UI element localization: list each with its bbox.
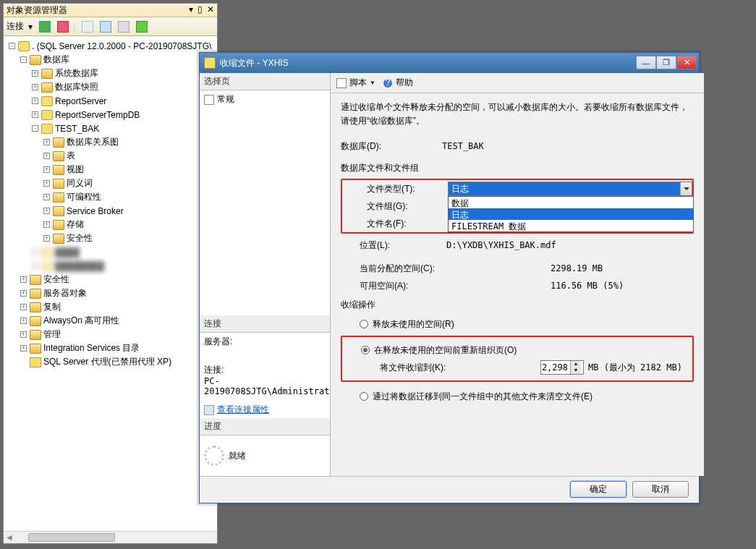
connect-icon[interactable] <box>39 21 51 33</box>
filetype-dropdown-list[interactable]: 数据 日志 FILESTREAM 数据 <box>448 196 694 232</box>
serverobj-node[interactable]: 服务器对象 <box>43 287 87 299</box>
shrink-file-dialog: 收缩文件 - YXHIS — ❐ ✕ 选择页 常规 连接 服务器: 连接: PC… <box>199 52 700 503</box>
dropdown-icon[interactable]: ▾ <box>189 4 193 16</box>
chevron-down-icon[interactable] <box>680 182 692 195</box>
expand-toggle[interactable]: + <box>43 221 50 228</box>
page-general[interactable]: 常规 <box>204 93 326 106</box>
views-node[interactable]: 视图 <box>67 163 84 176</box>
security-db-node[interactable]: 安全性 <box>67 232 93 244</box>
security-node[interactable]: 安全性 <box>43 273 69 286</box>
ready-label: 就绪 <box>229 450 246 462</box>
close-panel-icon[interactable]: ✕ <box>207 4 214 16</box>
expand-toggle[interactable]: + <box>43 180 50 187</box>
connection-props-icon <box>204 405 214 415</box>
dialog-right-pane: 脚本 ▼ ? 帮助 通过收缩单个文件释放未分配的空间，可以减小数据库的大小。若要… <box>331 73 704 476</box>
alwayson-node[interactable]: AlwaysOn 高可用性 <box>43 315 119 327</box>
synonyms-node[interactable]: 同义词 <box>67 177 93 190</box>
management-node[interactable]: 管理 <box>43 328 61 341</box>
filter-icon[interactable] <box>100 21 111 33</box>
horizontal-scrollbar[interactable]: ◄ <box>4 531 217 543</box>
allocated-label: 当前分配的空间(C): <box>341 263 551 275</box>
folder-icon <box>53 220 64 230</box>
page-icon <box>204 95 214 105</box>
shrink-action-title: 收缩操作 <box>341 299 694 311</box>
expand-toggle[interactable]: + <box>20 304 27 310</box>
view-connection-props-link[interactable]: 查看连接属性 <box>217 404 269 416</box>
filegroup-label: 文件组(G): <box>348 200 448 213</box>
replication-node[interactable]: 复制 <box>43 301 61 313</box>
folder-icon <box>53 137 64 148</box>
panel-titlebar: 对象资源管理器 ▾ ▯ ✕ <box>4 4 217 17</box>
expand-toggle[interactable]: + <box>32 70 38 77</box>
scrollbar-thumb[interactable] <box>28 533 115 542</box>
folder-icon <box>30 302 41 312</box>
reportservertemp-node[interactable]: ReportServerTempDB <box>55 110 140 120</box>
connect-label[interactable]: 连接 <box>7 20 24 33</box>
databases-node[interactable]: 数据库 <box>43 54 69 66</box>
server-node[interactable]: . (SQL Server 12.0.2000 - PC-20190708SJT… <box>32 41 211 51</box>
minimize-button[interactable]: — <box>636 56 656 69</box>
opt-empty-file[interactable]: 通过将数据迁移到同一文件组中的其他文件来清空文件(E) <box>373 391 593 403</box>
folder-icon <box>53 192 64 203</box>
shrink-size-input[interactable]: ▲▼ <box>540 360 584 375</box>
script-button[interactable]: 脚本 <box>349 77 367 89</box>
database-icon <box>41 110 53 120</box>
stop-icon[interactable] <box>82 21 93 33</box>
folder-icon <box>53 151 64 161</box>
spin-down-icon[interactable]: ▼ <box>570 367 581 374</box>
combo-opt-data[interactable]: 数据 <box>449 197 693 208</box>
expand-toggle[interactable]: + <box>43 153 50 159</box>
reportserver-node[interactable]: ReportServer <box>55 96 106 106</box>
maximize-button[interactable]: ❐ <box>656 56 676 69</box>
combo-opt-filestream[interactable]: FILESTREAM 数据 <box>449 220 693 231</box>
expand-toggle[interactable]: + <box>43 194 50 200</box>
help-button[interactable]: 帮助 <box>396 77 413 89</box>
refresh-icon[interactable] <box>136 21 148 33</box>
dialog-titlebar[interactable]: 收缩文件 - YXHIS — ❐ ✕ <box>200 53 699 73</box>
disconnect-icon[interactable] <box>57 21 69 33</box>
expand-toggle[interactable]: + <box>43 139 50 145</box>
agent-node[interactable]: SQL Server 代理(已禁用代理 XP) <box>43 356 171 368</box>
integration-node[interactable]: Integration Services 目录 <box>43 342 140 354</box>
filetype-combo[interactable]: 日志 数据 日志 FILESTREAM 数据 <box>448 182 692 196</box>
combo-opt-log[interactable]: 日志 <box>449 208 693 220</box>
object-tree[interactable]: -. (SQL Server 12.0.2000 - PC-20190708SJ… <box>4 36 217 528</box>
folder-icon <box>41 69 53 79</box>
servicebroker-node[interactable]: Service Broker <box>67 206 124 216</box>
testbak-node[interactable]: TEST_BAK <box>55 124 99 134</box>
list-icon[interactable] <box>118 21 129 33</box>
expand-toggle[interactable]: + <box>32 84 38 90</box>
radio-release-unused[interactable] <box>360 320 368 328</box>
expand-toggle[interactable]: + <box>32 98 38 104</box>
expand-toggle[interactable]: - <box>32 125 38 132</box>
close-button[interactable]: ✕ <box>676 56 697 69</box>
allocated-value: 2298.19 MB <box>551 263 603 273</box>
expand-toggle[interactable]: + <box>43 166 50 173</box>
radio-empty-file[interactable] <box>360 392 368 401</box>
radio-reorganize[interactable] <box>361 346 370 354</box>
spin-up-icon[interactable]: ▲ <box>570 361 581 367</box>
conn-label: 连接: <box>204 364 326 376</box>
snapshot-node[interactable]: 数据库快照 <box>55 81 98 93</box>
expand-toggle[interactable]: + <box>20 331 27 338</box>
expand-toggle[interactable]: + <box>43 235 50 242</box>
expand-toggle[interactable]: + <box>20 276 27 283</box>
tables-node[interactable]: 表 <box>67 150 75 162</box>
expand-toggle[interactable]: + <box>20 345 27 352</box>
opt-release-unused[interactable]: 释放未使用的空间(R) <box>373 318 454 331</box>
programmability-node[interactable]: 可编程性 <box>67 191 101 203</box>
storage-node[interactable]: 存储 <box>67 218 84 231</box>
ok-button[interactable]: 确定 <box>570 481 627 498</box>
diagram-node[interactable]: 数据库关系图 <box>67 136 119 148</box>
database-icon <box>41 124 53 134</box>
expand-toggle[interactable]: - <box>20 56 27 63</box>
expand-toggle[interactable]: + <box>20 290 27 297</box>
sysdb-node[interactable]: 系统数据库 <box>55 67 98 80</box>
cancel-button[interactable]: 取消 <box>632 481 689 498</box>
opt-reorganize[interactable]: 在释放未使用的空间前重新组织页(O) <box>374 344 517 357</box>
pin-icon[interactable]: ▯ <box>198 4 203 16</box>
expand-toggle[interactable]: + <box>20 318 27 324</box>
expand-toggle[interactable]: - <box>9 43 15 49</box>
expand-toggle[interactable]: + <box>32 111 38 118</box>
expand-toggle[interactable]: + <box>43 208 50 214</box>
